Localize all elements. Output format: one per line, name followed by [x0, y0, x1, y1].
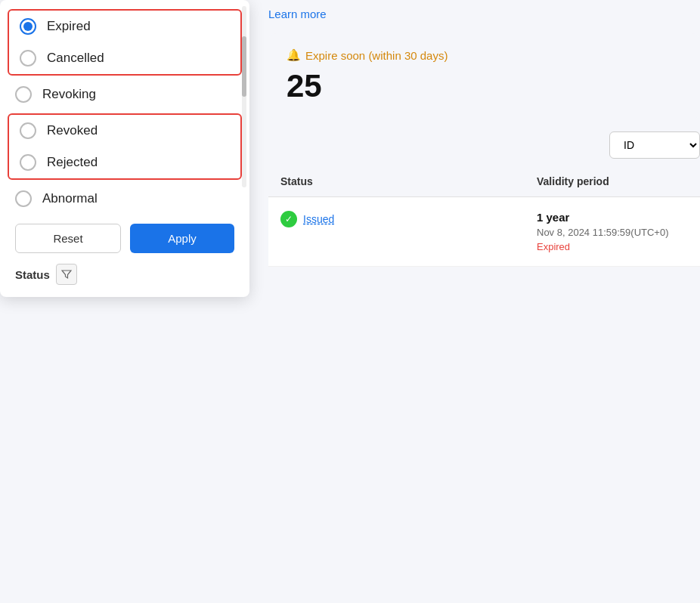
scrollbar-track[interactable]	[242, 6, 246, 187]
page-wrapper: Expired Cancelled Revoking Revoked Rejec…	[0, 0, 700, 603]
radio-rejected[interactable]	[20, 154, 36, 171]
validity-cell: 1 year Nov 8, 2024 11:59:59(UTC+0) Expir…	[537, 211, 688, 252]
radio-expired[interactable]	[20, 18, 36, 35]
content-area: Learn more 🔔 Expire soon (within 30 days…	[268, 0, 700, 603]
table-row: ✓ Issued 1 year Nov 8, 2024 11:59:59(UTC…	[268, 197, 700, 267]
apply-button[interactable]: Apply	[130, 224, 234, 253]
validity-date: Nov 8, 2024 11:59:59(UTC+0)	[537, 227, 688, 238]
id-select[interactable]: ID	[609, 131, 700, 159]
filter-option-cancelled[interactable]: Cancelled	[9, 42, 240, 74]
scrollbar-thumb[interactable]	[242, 36, 246, 97]
filter-option-rejected[interactable]: Rejected	[9, 147, 240, 178]
radio-revoking[interactable]	[15, 86, 32, 103]
filter-label-abnormal: Abnormal	[42, 191, 98, 206]
status-cell: ✓ Issued	[280, 211, 334, 227]
filter-funnel-icon[interactable]	[56, 264, 77, 285]
issued-badge[interactable]: Issued	[303, 213, 334, 225]
expire-soon-icon: 🔔	[287, 48, 301, 62]
filter-option-abnormal[interactable]: Abnormal	[0, 183, 249, 215]
status-label: Status	[15, 268, 50, 281]
header-status-col: Status	[280, 175, 313, 187]
table-header: Status Validity period	[268, 166, 700, 197]
learn-more-link[interactable]: Learn more	[268, 8, 327, 20]
filter-panel: Expired Cancelled Revoking Revoked Rejec…	[0, 0, 249, 297]
radio-abnormal[interactable]	[15, 190, 32, 207]
id-area: ID	[268, 131, 700, 159]
filter-option-revoked[interactable]: Revoked	[9, 115, 240, 147]
expire-soon-text: Expire soon (within 30 days)	[305, 49, 448, 62]
filter-label-rejected: Rejected	[47, 155, 98, 170]
validity-status-expired: Expired	[537, 241, 688, 252]
filter-group-1: Expired Cancelled	[8, 9, 242, 76]
header-validity-label: Validity period	[537, 175, 609, 187]
filter-label-revoking: Revoking	[42, 87, 96, 102]
header-status-label: Status	[280, 175, 313, 187]
reset-button[interactable]: Reset	[15, 224, 121, 253]
filter-actions: Reset Apply	[0, 215, 249, 256]
filter-group-2: Revoked Rejected	[8, 113, 242, 180]
filter-label-expired: Expired	[47, 19, 91, 34]
expire-soon-number: 25	[287, 68, 682, 104]
radio-cancelled[interactable]	[20, 50, 36, 66]
expire-soon-label: 🔔 Expire soon (within 30 days)	[287, 48, 682, 62]
learn-more-area: Learn more	[268, 0, 700, 33]
header-validity-col: Validity period	[537, 175, 688, 187]
issued-checkmark-icon: ✓	[280, 211, 297, 227]
status-bar: Status	[0, 256, 249, 285]
radio-revoked[interactable]	[20, 122, 36, 139]
filter-option-expired[interactable]: Expired	[9, 11, 240, 42]
validity-duration: 1 year	[537, 211, 688, 224]
filter-label-revoked: Revoked	[47, 123, 98, 138]
expire-soon-card: 🔔 Expire soon (within 30 days) 25	[268, 33, 700, 119]
filter-label-cancelled: Cancelled	[47, 51, 104, 66]
filter-option-revoking[interactable]: Revoking	[0, 79, 249, 110]
